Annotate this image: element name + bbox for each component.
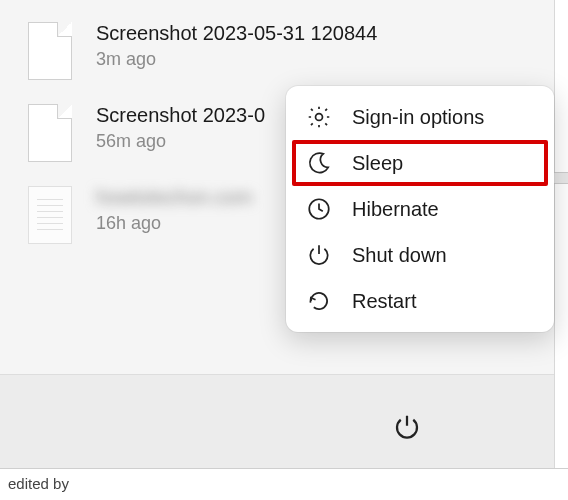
footer-text: edited by xyxy=(8,475,69,492)
file-time: 56m ago xyxy=(96,131,265,152)
scrollbar-marker[interactable] xyxy=(554,172,568,184)
menu-item-shutdown[interactable]: Shut down xyxy=(292,232,548,278)
svg-point-0 xyxy=(316,114,323,121)
file-meta: howtotechon.com 16h ago xyxy=(96,186,253,234)
power-button[interactable] xyxy=(388,408,426,446)
menu-item-signin-options[interactable]: Sign-in options xyxy=(292,94,548,140)
file-icon xyxy=(28,22,72,80)
file-time: 16h ago xyxy=(96,213,253,234)
file-meta: Screenshot 2023-05-31 120844 3m ago xyxy=(96,22,377,70)
gear-icon xyxy=(306,104,332,130)
taskbar-area xyxy=(0,374,554,468)
file-name: Screenshot 2023-05-31 120844 xyxy=(96,22,377,45)
menu-item-label: Shut down xyxy=(352,244,447,267)
menu-item-restart[interactable]: Restart xyxy=(292,278,548,324)
file-name: howtotechon.com xyxy=(96,186,253,209)
moon-icon xyxy=(306,150,332,176)
document-icon xyxy=(28,186,72,244)
restart-icon xyxy=(306,288,332,314)
menu-item-hibernate[interactable]: Hibernate xyxy=(292,186,548,232)
menu-item-label: Sign-in options xyxy=(352,106,484,129)
menu-item-label: Hibernate xyxy=(352,198,439,221)
file-name: Screenshot 2023-0 xyxy=(96,104,265,127)
menu-item-label: Restart xyxy=(352,290,416,313)
recent-file-item[interactable]: Screenshot 2023-05-31 120844 3m ago xyxy=(0,10,568,92)
power-icon xyxy=(392,412,422,442)
file-time: 3m ago xyxy=(96,49,377,70)
power-menu: Sign-in options Sleep Hibernate Shut dow… xyxy=(286,86,554,332)
scrollbar-rail[interactable] xyxy=(554,0,568,470)
file-meta: Screenshot 2023-0 56m ago xyxy=(96,104,265,152)
power-icon xyxy=(306,242,332,268)
menu-item-label: Sleep xyxy=(352,152,403,175)
file-icon xyxy=(28,104,72,162)
clock-icon xyxy=(306,196,332,222)
menu-item-sleep[interactable]: Sleep xyxy=(292,140,548,186)
footer-caption: edited by xyxy=(0,468,568,500)
